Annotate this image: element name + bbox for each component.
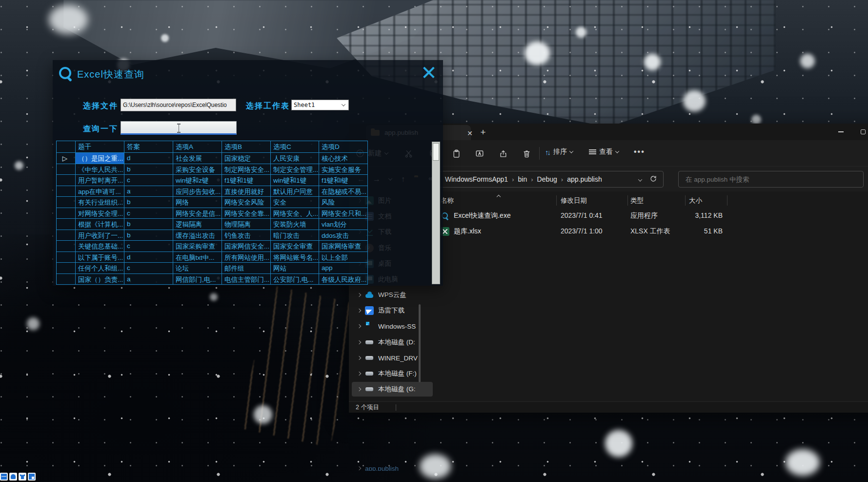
chevron-right-icon[interactable]	[357, 293, 361, 297]
grid-cell[interactable]: 在隐秘或不易...	[319, 186, 368, 197]
grid-cell[interactable]: 各级人民政府...	[319, 274, 368, 285]
sidebar-scrollbar[interactable]	[419, 304, 421, 382]
grid-cell[interactable]: 所有网站使用...	[222, 252, 271, 263]
grid-cell[interactable]: ddos攻击	[319, 230, 368, 241]
sidebar-item-Windows-SS[interactable]: Windows-SS	[352, 319, 433, 334]
grid-cell[interactable]: 网站	[271, 263, 319, 274]
sidebar-item-WPS云盘[interactable]: WPS云盘	[352, 288, 433, 302]
sidebar-item-WINRE_DRV[interactable]: WINRE_DRV	[352, 351, 433, 365]
grid-cell[interactable]: 网络安全风险	[222, 197, 271, 208]
rename-button[interactable]	[474, 147, 485, 159]
search-input[interactable]	[685, 175, 857, 184]
grid-cell[interactable]: f1键和1键	[222, 175, 271, 186]
grid-cell[interactable]: 以下属于账号...	[76, 252, 124, 263]
grid-cell[interactable]: c	[124, 208, 173, 219]
column-header-size[interactable]: 大小	[689, 196, 702, 205]
taskbar-icon-user[interactable]	[9, 473, 17, 481]
grid-cell[interactable]: c	[124, 175, 173, 186]
sidebar-item-本地磁盘 (F:)[interactable]: 本地磁盘 (F:)	[352, 366, 433, 381]
grid-cell[interactable]: 关键信息基础...	[76, 241, 124, 252]
row-header-cell[interactable]: ▷	[57, 153, 76, 164]
row-header-cell[interactable]	[57, 274, 76, 285]
grid-scrollbar[interactable]	[432, 142, 440, 284]
column-header-date[interactable]: 修改日期	[561, 196, 587, 205]
taskbar-icon-shirt[interactable]	[19, 473, 26, 481]
sidebar-item-本地磁盘 (G:[interactable]: 本地磁盘 (G:	[352, 382, 433, 397]
grid-header-cell[interactable]: 题干	[76, 141, 124, 153]
breadcrumb-item[interactable]: WindowsFormsApp1	[442, 175, 511, 183]
grid-cell[interactable]: 网络安全全靠...	[222, 208, 271, 219]
chevron-right-icon[interactable]	[357, 340, 361, 344]
grid-cell[interactable]: 物理隔离	[222, 219, 271, 230]
grid-cell[interactable]: 应同步告知收...	[173, 186, 222, 197]
grid-header-cell[interactable]: 答案	[124, 141, 173, 153]
grid-header-cell[interactable]: 选项A	[173, 141, 222, 153]
new-tab-button[interactable]: +	[477, 126, 489, 139]
grid-cell[interactable]: 任何个人和组...	[76, 263, 124, 274]
grid-cell[interactable]: 默认用户同意	[271, 186, 319, 197]
grid-cell[interactable]: a	[124, 186, 173, 197]
grid-cell[interactable]: win键和z键	[173, 175, 222, 186]
grid-cell[interactable]: 网络	[173, 197, 222, 208]
grid-cell[interactable]: 《中华人民共...	[76, 164, 124, 175]
breadcrumb-item[interactable]: bin	[515, 175, 530, 183]
grid-cell[interactable]: win键和1键	[271, 175, 319, 186]
grid-header-cell[interactable]	[57, 141, 76, 153]
grid-cell[interactable]: 人民安康	[271, 153, 319, 164]
tab-close-icon[interactable]: ✕	[464, 128, 475, 139]
grid-cell[interactable]: 暗门攻击	[271, 230, 319, 241]
grid-cell[interactable]: 对网络安全理...	[76, 208, 124, 219]
chevron-right-icon[interactable]	[357, 466, 361, 470]
paste-button[interactable]	[450, 147, 462, 159]
grid-cell[interactable]: 用户收到了一...	[76, 230, 124, 241]
grid-cell[interactable]: 网络安全只和...	[319, 208, 368, 219]
sidebar-item-app.publish[interactable]: app.publish	[352, 466, 433, 471]
grid-cell[interactable]: 国家网络审查	[319, 241, 368, 252]
view-button[interactable]: 查看	[589, 147, 619, 156]
column-header-type[interactable]: 类型	[630, 196, 644, 205]
breadcrumb-dropdown-icon[interactable]	[635, 175, 646, 183]
grid-cell[interactable]: 国家稳定	[222, 153, 271, 164]
row-header-cell[interactable]	[57, 208, 76, 219]
grid-cell[interactable]: 论坛	[173, 263, 222, 274]
grid-cell[interactable]: （）是国之重...	[76, 153, 124, 164]
grid-cell[interactable]: 逻辑隔离	[173, 219, 222, 230]
row-header-cell[interactable]	[57, 164, 76, 175]
grid-cell[interactable]: 网络安全是信...	[173, 208, 222, 219]
grid-cell[interactable]: 安全	[271, 197, 319, 208]
grid-cell[interactable]: 将网站账号名...	[271, 252, 319, 263]
grid-cell[interactable]: 公安部门,电...	[271, 274, 319, 285]
grid-cell[interactable]: 网信部门,电...	[173, 274, 222, 285]
breadcrumb-item[interactable]: Debug	[534, 175, 560, 183]
grid-cell[interactable]: 实施安全服务	[319, 164, 368, 175]
grid-cell[interactable]: d	[124, 153, 173, 164]
file-path-input[interactable]: G:\Users\zlh\source\repos\ExcelQuestio	[121, 99, 236, 111]
grid-cell[interactable]: 直接使用就好	[222, 186, 271, 197]
grid-cell[interactable]: 网络安全、人...	[271, 208, 319, 219]
grid-cell[interactable]: 核心技术	[319, 153, 368, 164]
file-row[interactable]: Excel快速查询.exe2023/7/1 0:41应用程序3,112 KB	[437, 208, 868, 224]
grid-cell[interactable]: 制定网络安全...	[222, 164, 271, 175]
row-header-cell[interactable]	[57, 263, 76, 274]
grid-cell[interactable]: 风险	[319, 197, 368, 208]
grid-cell[interactable]: 国家安全审查	[271, 241, 319, 252]
delete-button[interactable]	[521, 147, 532, 159]
row-header-cell[interactable]	[57, 241, 76, 252]
grid-cell[interactable]: c	[124, 241, 173, 252]
sidebar-item-本地磁盘 (D:[interactable]: 本地磁盘 (D:	[352, 335, 433, 350]
chevron-right-icon[interactable]	[357, 372, 361, 376]
grid-cell[interactable]: 社会发展	[173, 153, 222, 164]
grid-cell[interactable]: 以上全部	[319, 252, 368, 263]
refresh-icon[interactable]	[646, 175, 659, 184]
row-header-cell[interactable]	[57, 219, 76, 230]
grid-cell[interactable]: c	[124, 263, 173, 274]
grid-cell[interactable]: 有关行业组织...	[76, 197, 124, 208]
breadcrumb-item[interactable]: app.publish	[564, 175, 605, 183]
grid-cell[interactable]: 制定安全管理...	[271, 164, 319, 175]
grid-cell[interactable]: b	[124, 219, 173, 230]
more-options-button[interactable]: •••	[634, 147, 645, 156]
grid-cell[interactable]: 缓存溢出攻击	[173, 230, 222, 241]
grid-header-cell[interactable]: 选项D	[319, 141, 368, 153]
sidebar-item-迅雷下载[interactable]: 迅雷下载	[352, 303, 433, 318]
row-header-cell[interactable]	[57, 186, 76, 197]
